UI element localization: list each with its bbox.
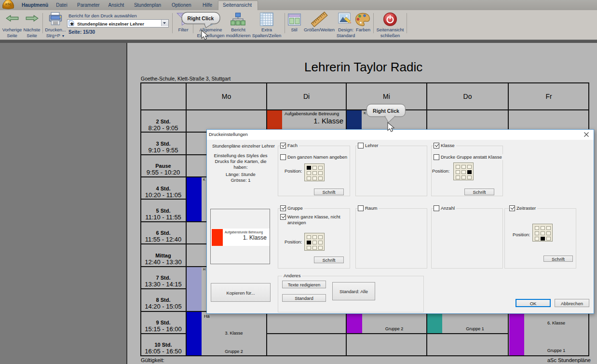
svg-text:Right Click: Right Click [188, 15, 214, 21]
svg-text:Right Click: Right Click [373, 108, 399, 114]
svg-text:aSc: aSc [5, 2, 12, 6]
